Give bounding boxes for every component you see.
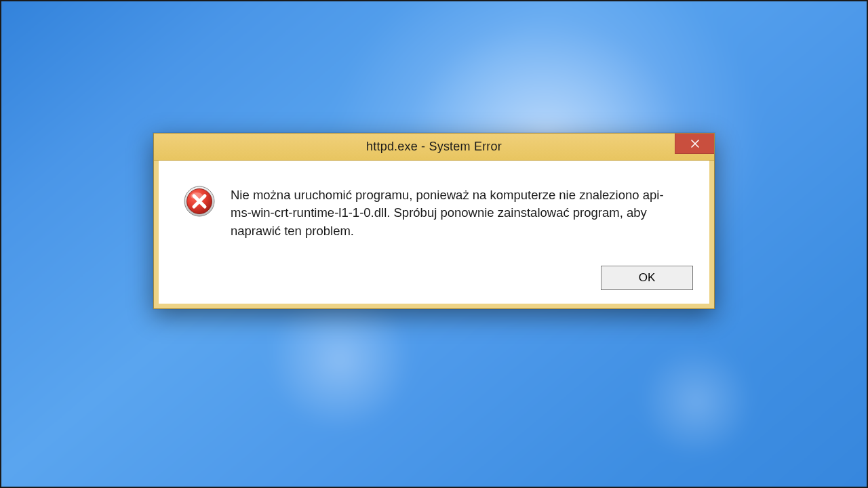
close-icon — [691, 140, 699, 148]
close-button[interactable] — [675, 134, 714, 154]
error-dialog: httpd.exe - System Error — [153, 133, 715, 309]
error-icon — [183, 185, 216, 218]
dialog-titlebar[interactable]: httpd.exe - System Error — [154, 134, 714, 161]
dialog-title: httpd.exe - System Error — [154, 140, 714, 154]
dialog-footer: OK — [154, 256, 714, 308]
dialog-body: Nie można uruchomić programu, ponieważ n… — [154, 161, 714, 256]
svg-point-2 — [191, 192, 203, 199]
ok-button[interactable]: OK — [601, 266, 693, 290]
error-message: Nie można uruchomić programu, ponieważ n… — [231, 184, 665, 240]
